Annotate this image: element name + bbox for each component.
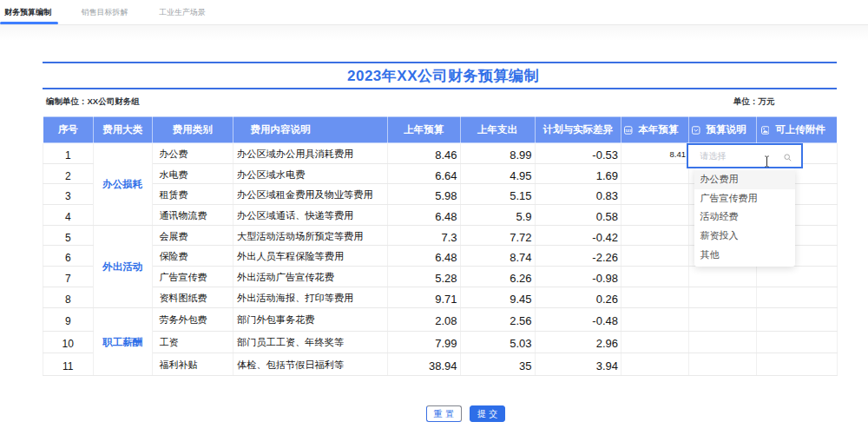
svg-text:123: 123 [625, 128, 632, 132]
